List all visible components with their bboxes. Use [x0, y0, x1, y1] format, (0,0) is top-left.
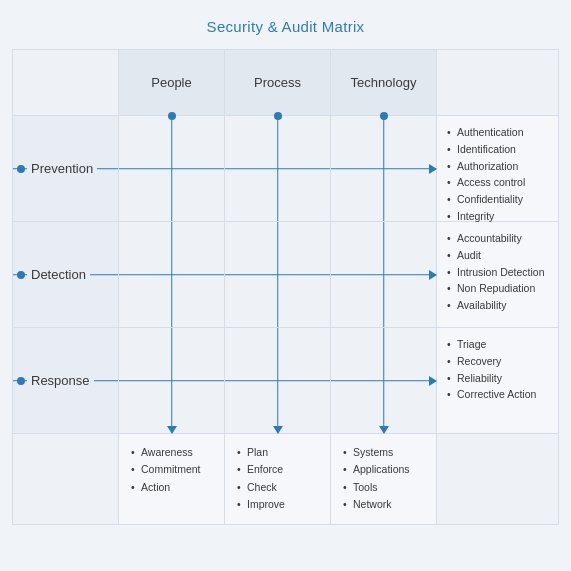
cell-process-detection	[225, 222, 330, 327]
response-item-1: Triage	[447, 336, 536, 353]
detection-item-4: Non Repudiation	[447, 280, 545, 297]
page-title: Security & Audit Matrix	[12, 18, 559, 35]
cell-people-response	[119, 328, 224, 433]
row-label-detection: Detection	[13, 222, 118, 327]
detection-item-1: Accountability	[447, 230, 545, 247]
detection-item-2: Audit	[447, 247, 545, 264]
bottom-technology-item-4: Network	[343, 496, 410, 513]
bottom-technology-item-2: Applications	[343, 461, 410, 478]
cell-people-prevention	[119, 116, 224, 221]
bottom-technology-list: Systems Applications Tools Network	[343, 444, 410, 513]
row-label-prevention: Prevention	[13, 116, 118, 221]
prevention-item-3: Authorization	[447, 158, 525, 175]
bottom-process-item-4: Improve	[237, 496, 285, 513]
header-technology: Technology	[331, 50, 436, 115]
cell-bottom-technology: Systems Applications Tools Network	[331, 434, 436, 524]
cell-bottom-people: Awareness Commitment Action	[119, 434, 224, 524]
detection-item-3: Intrusion Detection	[447, 264, 545, 281]
bottom-technology-item-1: Systems	[343, 444, 410, 461]
cell-items-detection: Accountability Audit Intrusion Detection…	[437, 222, 558, 327]
cell-technology-detection	[331, 222, 436, 327]
detection-item-5: Availability	[447, 297, 545, 314]
cell-process-response	[225, 328, 330, 433]
bottom-people-item-1: Awareness	[131, 444, 201, 461]
detection-list: Accountability Audit Intrusion Detection…	[447, 230, 545, 314]
bottom-people-list: Awareness Commitment Action	[131, 444, 201, 496]
header-people: People	[119, 50, 224, 115]
matrix-grid: People Process Technology Prevention	[12, 49, 559, 525]
prevention-item-1: Authentication	[447, 124, 525, 141]
cell-people-detection	[119, 222, 224, 327]
cell-bottom-process: Plan Enforce Check Improve	[225, 434, 330, 524]
bottom-technology-item-3: Tools	[343, 479, 410, 496]
response-list: Triage Recovery Reliability Corrective A…	[447, 336, 536, 403]
bottom-process-item-2: Enforce	[237, 461, 285, 478]
cell-process-prevention	[225, 116, 330, 221]
corner-cell	[13, 50, 118, 115]
bottom-right-empty	[437, 434, 558, 524]
row-label-response: Response	[13, 328, 118, 433]
cell-items-response: Triage Recovery Reliability Corrective A…	[437, 328, 558, 433]
prevention-list: Authentication Identification Authorizat…	[447, 124, 525, 225]
prevention-item-5: Confidentiality	[447, 191, 525, 208]
bottom-people-item-2: Commitment	[131, 461, 201, 478]
response-item-2: Recovery	[447, 353, 536, 370]
bottom-left-empty	[13, 434, 118, 524]
bottom-process-item-1: Plan	[237, 444, 285, 461]
header-process: Process	[225, 50, 330, 115]
response-item-3: Reliability	[447, 370, 536, 387]
prevention-item-2: Identification	[447, 141, 525, 158]
prevention-item-4: Access control	[447, 174, 525, 191]
bottom-process-list: Plan Enforce Check Improve	[237, 444, 285, 513]
cell-technology-prevention	[331, 116, 436, 221]
bottom-process-item-3: Check	[237, 479, 285, 496]
response-item-4: Corrective Action	[447, 386, 536, 403]
cell-technology-response	[331, 328, 436, 433]
bottom-people-item-3: Action	[131, 479, 201, 496]
cell-items-prevention: Authentication Identification Authorizat…	[437, 116, 558, 221]
header-right-empty	[437, 50, 558, 115]
main-container: Security & Audit Matrix People Process T…	[0, 0, 571, 571]
